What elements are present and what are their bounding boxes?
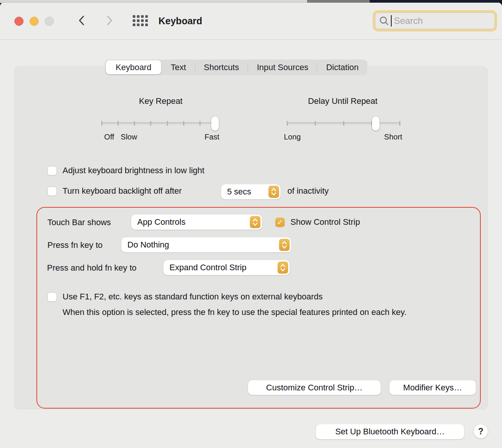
help-button[interactable]: ? — [474, 424, 488, 439]
chevron-left-icon — [77, 15, 86, 27]
touch-bar-shows-popup[interactable]: App Controls — [131, 215, 262, 230]
slider-label-off: Off — [104, 133, 114, 141]
keyboard-preferences-window: Keyboard Search Keyboard Text Shortcuts … — [0, 3, 502, 448]
tab-bar: Keyboard Text Shortcuts Input Sources Di… — [105, 60, 367, 75]
key-repeat-slider[interactable] — [101, 116, 217, 131]
standard-function-keys-label: Use F1, F2, etc. keys as standard functi… — [63, 292, 323, 302]
search-focus-ring: Search — [373, 10, 497, 31]
tab-text[interactable]: Text — [162, 60, 195, 74]
slider-ticks — [287, 121, 400, 126]
window-title: Keyboard — [158, 16, 202, 27]
standard-function-keys-checkbox[interactable] — [47, 292, 57, 302]
text-cursor — [391, 15, 392, 27]
standard-function-keys-description: When this option is selected, press the … — [63, 306, 453, 318]
modifier-keys-button[interactable]: Modifier Keys… — [389, 380, 476, 395]
backlight-off-checkbox[interactable] — [47, 186, 57, 196]
slider-label-fast: Fast — [205, 133, 220, 141]
close-button[interactable] — [14, 17, 24, 26]
delay-until-repeat-title: Delay Until Repeat — [286, 96, 400, 106]
search-placeholder: Search — [394, 16, 423, 26]
press-fn-popup[interactable]: Do Nothing — [121, 237, 291, 252]
search-input[interactable]: Search — [375, 13, 495, 29]
chevron-right-icon — [105, 15, 114, 27]
slider-thumb[interactable] — [372, 116, 380, 131]
slider-label-slow: Slow — [121, 133, 137, 141]
minimize-button[interactable] — [30, 17, 39, 26]
zoom-button[interactable] — [45, 17, 54, 26]
popup-stepper-icon — [268, 186, 279, 198]
search-icon — [379, 16, 389, 26]
delay-until-repeat-slider[interactable] — [287, 116, 400, 131]
tab-dictation[interactable]: Dictation — [317, 60, 367, 74]
popup-stepper-icon — [278, 262, 288, 274]
tab-keyboard[interactable]: Keyboard — [106, 60, 161, 74]
slider-ticks — [101, 121, 217, 126]
backlight-delay-popup[interactable]: 5 secs — [221, 184, 281, 199]
slider-thumb[interactable] — [211, 116, 219, 131]
show-control-strip-checkbox[interactable] — [275, 218, 285, 227]
tab-shortcuts[interactable]: Shortcuts — [195, 60, 248, 74]
back-button[interactable] — [76, 15, 87, 27]
backlight-off-label: Turn keyboard backlight off after — [63, 186, 182, 196]
customize-control-strip-button[interactable]: Customize Control Strip… — [248, 380, 381, 395]
show-all-grid-icon[interactable] — [133, 15, 148, 26]
press-hold-fn-label: Press and hold fn key to — [47, 263, 136, 273]
popup-stepper-icon — [250, 216, 260, 228]
touch-bar-shows-label: Touch Bar shows — [47, 218, 111, 227]
key-repeat-title: Key Repeat — [104, 96, 218, 106]
screen: Keyboard Search Keyboard Text Shortcuts … — [0, 0, 502, 448]
show-control-strip-label: Show Control Strip — [290, 217, 360, 227]
press-hold-fn-popup[interactable]: Expand Control Strip — [163, 260, 290, 275]
adjust-brightness-label: Adjust keyboard brightness in low light — [63, 166, 204, 175]
press-fn-label: Press fn key to — [47, 240, 103, 250]
setup-bluetooth-keyboard-button[interactable]: Set Up Bluetooth Keyboard… — [316, 424, 464, 439]
backlight-inactivity-label: of inactivity — [287, 186, 329, 196]
tab-input-sources[interactable]: Input Sources — [248, 60, 317, 74]
forward-button[interactable] — [104, 15, 115, 27]
popup-stepper-icon — [279, 239, 290, 251]
slider-label-short: Short — [384, 133, 402, 141]
adjust-brightness-checkbox[interactable] — [47, 166, 57, 175]
slider-label-long: Long — [284, 133, 301, 141]
titlebar: Keyboard Search — [0, 3, 502, 40]
